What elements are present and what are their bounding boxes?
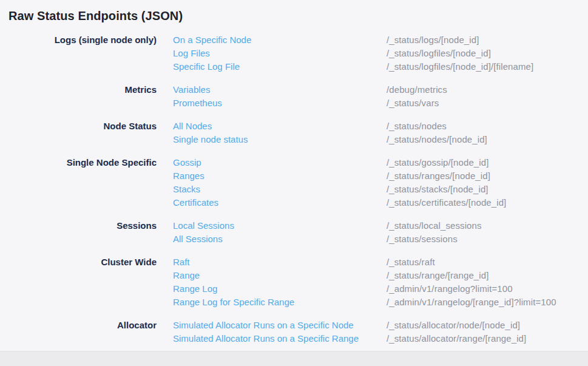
endpoint-group: Sessions Local Sessions /_status/local_s… bbox=[0, 219, 588, 246]
endpoint-row: Range /_status/range/[range_id] bbox=[173, 269, 556, 282]
endpoint-row: Ranges /_status/ranges/[node_id] bbox=[173, 169, 506, 183]
endpoint-link[interactable]: Certificates bbox=[173, 196, 387, 209]
endpoint-group: Logs (single node only) On a Specific No… bbox=[0, 33, 588, 73]
entry-list: Simulated Allocator Runs on a Specific N… bbox=[173, 319, 526, 345]
debug-page: Raw Status Endpoints (JSON) Logs (single… bbox=[0, 0, 588, 366]
endpoint-link[interactable]: Prometheus bbox=[173, 97, 387, 110]
endpoint-group: Single Node Specific Gossip /_status/gos… bbox=[0, 156, 588, 209]
endpoint-link[interactable]: All Sessions bbox=[173, 232, 387, 246]
endpoint-group: Metrics Variables /debug/metrics Prometh… bbox=[0, 83, 588, 110]
endpoint-link[interactable]: Raft bbox=[173, 256, 387, 269]
category-label: Logs (single node only) bbox=[0, 33, 157, 47]
endpoint-path: /_status/logfiles/[node_id] bbox=[387, 47, 491, 60]
endpoint-path: /_status/range/[range_id] bbox=[387, 269, 488, 282]
endpoint-path: /_status/local_sessions bbox=[387, 219, 482, 232]
endpoint-link[interactable]: Specific Log File bbox=[173, 60, 387, 73]
category-label: Allocator bbox=[0, 319, 157, 332]
endpoint-path: /_status/ranges/[node_id] bbox=[387, 169, 490, 183]
endpoint-row: All Nodes /_status/nodes bbox=[173, 120, 487, 133]
endpoint-row: Stacks /_status/stacks/[node_id] bbox=[173, 183, 506, 196]
endpoint-path: /_admin/v1/rangelog?limit=100 bbox=[387, 282, 513, 296]
endpoint-link[interactable]: All Nodes bbox=[173, 120, 387, 133]
endpoint-link[interactable]: Simulated Allocator Runs on a Specific N… bbox=[173, 319, 387, 332]
endpoint-path: /_admin/v1/rangelog/[range_id]?limit=100 bbox=[387, 296, 556, 309]
endpoint-path: /_status/logfiles/[node_id]/[filename] bbox=[387, 60, 533, 73]
endpoint-path: /_status/raft bbox=[387, 256, 435, 269]
endpoint-link[interactable]: Local Sessions bbox=[173, 219, 387, 232]
entry-list: Raft /_status/raft Range /_status/range/… bbox=[173, 256, 556, 309]
entry-list: On a Specific Node /_status/logs/[node_i… bbox=[173, 33, 533, 73]
entry-list: All Nodes /_status/nodes Single node sta… bbox=[173, 120, 487, 146]
endpoint-row: Range Log for Specific Range /_admin/v1/… bbox=[173, 296, 556, 309]
endpoint-link[interactable]: Range Log for Specific Range bbox=[173, 296, 387, 309]
endpoint-row: Local Sessions /_status/local_sessions bbox=[173, 219, 482, 232]
endpoint-link[interactable]: Range Log bbox=[173, 282, 387, 296]
endpoint-link[interactable]: Single node status bbox=[173, 133, 387, 146]
endpoint-row: Prometheus /_status/vars bbox=[173, 97, 447, 110]
endpoint-path: /_status/certificates/[node_id] bbox=[387, 196, 506, 209]
endpoint-row: Gossip /_status/gossip/[node_id] bbox=[173, 156, 506, 169]
endpoint-group: Allocator Simulated Allocator Runs on a … bbox=[0, 319, 588, 345]
category-label: Node Status bbox=[0, 120, 157, 133]
entry-list: Gossip /_status/gossip/[node_id] Ranges … bbox=[173, 156, 506, 209]
endpoint-row: Single node status /_status/nodes/[node_… bbox=[173, 133, 487, 146]
endpoint-link[interactable]: Range bbox=[173, 269, 387, 282]
endpoint-row: All Sessions /_status/sessions bbox=[173, 232, 482, 246]
endpoint-path: /debug/metrics bbox=[387, 83, 447, 97]
endpoint-link[interactable]: Ranges bbox=[173, 169, 387, 183]
endpoint-row: Certificates /_status/certificates/[node… bbox=[173, 196, 506, 209]
endpoint-group: Node Status All Nodes /_status/nodes Sin… bbox=[0, 120, 588, 146]
endpoint-link[interactable]: Log Files bbox=[173, 47, 387, 60]
endpoint-path: /_status/stacks/[node_id] bbox=[387, 183, 488, 196]
endpoint-path: /_status/allocator/range/[range_id] bbox=[387, 332, 526, 345]
endpoint-row: Log Files /_status/logfiles/[node_id] bbox=[173, 47, 533, 60]
category-label: Sessions bbox=[0, 219, 157, 232]
endpoint-row: Variables /debug/metrics bbox=[173, 83, 447, 97]
endpoint-path: /_status/vars bbox=[387, 97, 439, 110]
bottom-section-divider bbox=[0, 351, 588, 366]
category-label: Metrics bbox=[0, 83, 157, 97]
endpoint-row: Specific Log File /_status/logfiles/[nod… bbox=[173, 60, 533, 73]
endpoint-link[interactable]: Gossip bbox=[173, 156, 387, 169]
endpoint-row: On a Specific Node /_status/logs/[node_i… bbox=[173, 33, 533, 47]
endpoint-path: /_status/gossip/[node_id] bbox=[387, 156, 488, 169]
endpoint-link[interactable]: On a Specific Node bbox=[173, 33, 387, 47]
endpoint-group: Cluster Wide Raft /_status/raft Range /_… bbox=[0, 256, 588, 309]
category-label: Single Node Specific bbox=[0, 156, 157, 169]
endpoint-row: Simulated Allocator Runs on a Specific N… bbox=[173, 319, 526, 332]
endpoints-list: Logs (single node only) On a Specific No… bbox=[0, 33, 588, 345]
page-title: Raw Status Endpoints (JSON) bbox=[0, 0, 588, 24]
entry-list: Local Sessions /_status/local_sessions A… bbox=[173, 219, 482, 246]
endpoint-path: /_status/nodes/[node_id] bbox=[387, 133, 487, 146]
endpoint-link[interactable]: Stacks bbox=[173, 183, 387, 196]
endpoint-link[interactable]: Simulated Allocator Runs on a Specific R… bbox=[173, 332, 387, 345]
endpoint-link[interactable]: Variables bbox=[173, 83, 387, 97]
endpoint-path: /_status/logs/[node_id] bbox=[387, 33, 479, 47]
endpoint-path: /_status/nodes bbox=[387, 120, 447, 133]
endpoint-row: Raft /_status/raft bbox=[173, 256, 556, 269]
endpoint-path: /_status/sessions bbox=[387, 232, 458, 246]
endpoint-row: Simulated Allocator Runs on a Specific R… bbox=[173, 332, 526, 345]
entry-list: Variables /debug/metrics Prometheus /_st… bbox=[173, 83, 447, 110]
endpoint-path: /_status/allocator/node/[node_id] bbox=[387, 319, 520, 332]
category-label: Cluster Wide bbox=[0, 256, 157, 269]
endpoint-row: Range Log /_admin/v1/rangelog?limit=100 bbox=[173, 282, 556, 296]
